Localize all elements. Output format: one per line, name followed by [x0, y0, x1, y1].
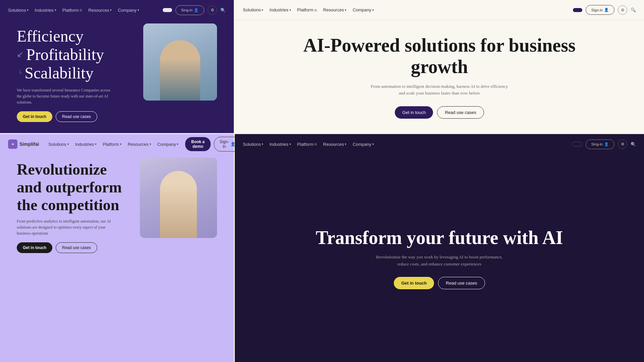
- person-photo-1: [143, 23, 217, 101]
- get-in-touch-button-3[interactable]: Get in touch: [17, 242, 52, 253]
- nav-resources-1[interactable]: Resources ▾: [88, 8, 112, 13]
- nav-solutions-1[interactable]: Solutions ▾: [8, 8, 29, 13]
- read-use-cases-button-3[interactable]: Read use cases: [56, 242, 97, 253]
- signin-label-4: Sing-in: [591, 142, 603, 146]
- chevron-company-1: ▾: [138, 8, 139, 12]
- chevron-p3: ▾: [120, 142, 122, 146]
- logo-3: ✦ Simplifai: [8, 139, 39, 149]
- user-icon-4: 👤: [604, 142, 609, 146]
- signin-label-3: Sign-in: [220, 139, 229, 149]
- read-use-cases-button-1[interactable]: Read use cases: [56, 111, 97, 122]
- hero-content-3: Revolutionize and outperform the competi…: [0, 154, 234, 362]
- user-icon-2: 👤: [604, 8, 609, 12]
- hero-subtext-2: From automation to intelligent decision-…: [369, 83, 510, 97]
- nav-platform-4[interactable]: Platform ◎: [297, 142, 317, 147]
- hero-subtext-4: Revolutionize the way you work by levera…: [372, 254, 506, 268]
- nav-industries-3[interactable]: Industries ▾: [75, 142, 97, 147]
- hero-content-4: Transform your future with AI Revolution…: [235, 154, 644, 362]
- hero-buttons-4: Get in touch Read use cases: [394, 277, 485, 289]
- panel-cream-top: Solutions ▾ Industries ▾ Platform ◎ Reso…: [235, 0, 644, 134]
- nav-right-4: Sing-in 👤 ⚙ 🔍: [572, 139, 636, 149]
- nav-company-2[interactable]: Company ▾: [353, 7, 374, 12]
- chevron-platform-1: ◎: [79, 8, 82, 12]
- nav-panel-4: Solutions ▾ Industries ▾ Platform ◎ Reso…: [235, 134, 644, 154]
- chevron-c4: ▾: [372, 142, 374, 146]
- nav-industries-2[interactable]: Industries ▾: [269, 7, 291, 12]
- nav-panel-1: Solutions ▾ Industries ▾ Platform ◎ Reso…: [0, 0, 234, 20]
- nav-company-4[interactable]: Company ▾: [353, 142, 374, 147]
- headline-line-1: Efficiency: [17, 27, 137, 45]
- chevron-i2: ▾: [289, 8, 291, 12]
- logo-text-3: Simplifai: [19, 141, 39, 147]
- hero-subtext-1: We have transformed several Insurance Co…: [17, 87, 111, 105]
- nav-right-2: Sign-in 👤 ⚙ 🔍: [573, 5, 636, 15]
- nav-solutions-2[interactable]: Solutions ▾: [243, 7, 263, 12]
- search-icon-1[interactable]: 🔍: [220, 8, 226, 13]
- nav-resources-2[interactable]: Resources ▾: [323, 7, 346, 12]
- panel-dark-purple-bottom: Solutions ▾ Industries ▾ Platform ◎ Reso…: [235, 134, 644, 362]
- hero-buttons-3: Get in touch Read use cases: [17, 242, 133, 253]
- nav-company-3[interactable]: Company ▾: [157, 142, 179, 147]
- get-in-touch-button-2[interactable]: Get in touch: [395, 106, 433, 119]
- nav-platform-3[interactable]: Platform ▾: [103, 142, 121, 147]
- nav-platform-2[interactable]: Platform ◎: [297, 7, 317, 12]
- person-photo-3: [140, 158, 217, 238]
- chevron-s2: ▾: [262, 8, 263, 12]
- demo-button-3[interactable]: Book a demo: [185, 137, 210, 151]
- nav-right-1: Sing-in 👤 ⚙ 🔍: [163, 5, 226, 15]
- chevron-c2: ▾: [372, 8, 374, 12]
- chevron-r2: ▾: [345, 8, 346, 12]
- signin-button-1[interactable]: Sing-in 👤: [175, 5, 204, 15]
- hero-text-3: Revolutionize and outperform the competi…: [17, 158, 133, 253]
- nav-company-1[interactable]: Company ▾: [118, 8, 139, 13]
- hero-image-1: [143, 23, 217, 101]
- panel-lavender-bottom: ✦ Simplifai Solutions ▾ Industries ▾ Pla…: [0, 134, 235, 362]
- nav-solutions-3[interactable]: Solutions ▾: [48, 142, 69, 147]
- settings-icon-4[interactable]: ⚙: [618, 139, 627, 149]
- nav-links-1: Solutions ▾ Industries ▾ Platform ◎ Reso…: [8, 8, 139, 13]
- chevron-industries-1: ▾: [55, 8, 56, 12]
- nav-platform-1[interactable]: Platform ◎: [62, 8, 82, 13]
- read-use-cases-button-4[interactable]: Read use cases: [438, 277, 485, 289]
- chevron-p4: ◎: [314, 142, 317, 146]
- chevron-s3: ▾: [67, 142, 69, 146]
- hero-content-1: Efficiency ↙ Profitability └ Scalability…: [0, 20, 234, 133]
- panel-dark-purple-top: Solutions ▾ Industries ▾ Platform ◎ Reso…: [0, 0, 235, 134]
- signin-button-2[interactable]: Sign-in 👤: [586, 5, 614, 15]
- curve-icon-1: ↙: [17, 50, 23, 59]
- headline-2: AI-Powered solutions for business growth: [275, 35, 604, 78]
- nav-industries-1[interactable]: Industries ▾: [35, 8, 56, 13]
- headline-line-2: ↙ Profitability: [17, 45, 137, 64]
- chevron-resources-1: ▾: [110, 8, 112, 12]
- nav-resources-3[interactable]: Resources ▾: [128, 142, 151, 147]
- get-in-touch-button-4[interactable]: Get in touch: [394, 277, 434, 289]
- headline-4: Transform your future with AI: [316, 227, 563, 248]
- nav-panel-3: ✦ Simplifai Solutions ▾ Industries ▾ Pla…: [0, 134, 234, 154]
- headline-line-3: └ Scalability: [17, 64, 137, 82]
- nav-solutions-4[interactable]: Solutions ▾: [243, 142, 263, 147]
- get-in-touch-button-1[interactable]: Get in touch: [17, 111, 52, 122]
- settings-icon-1[interactable]: ⚙: [208, 5, 217, 15]
- nav-links-4: Solutions ▾ Industries ▾ Platform ◎ Reso…: [243, 142, 374, 147]
- demo-button-2[interactable]: [573, 8, 582, 12]
- hero-subtext-3: From predictive analytics to intelligent…: [17, 218, 117, 236]
- hero-buttons-2: Get in touch Read use cases: [395, 106, 484, 119]
- logo-icon-3: ✦: [8, 139, 17, 149]
- headline-3: Revolutionize and outperform the competi…: [17, 161, 133, 214]
- chevron-solutions-1: ▾: [27, 8, 29, 12]
- search-icon-2[interactable]: 🔍: [631, 7, 636, 12]
- nav-links-2: Solutions ▾ Industries ▾ Platform ◎ Reso…: [243, 7, 374, 12]
- signin-button-4[interactable]: Sing-in 👤: [586, 139, 614, 149]
- user-icon-1: 👤: [194, 8, 199, 12]
- nav-industries-4[interactable]: Industries ▾: [269, 142, 291, 147]
- demo-button-4[interactable]: [572, 142, 582, 146]
- chevron-i3: ▾: [95, 142, 97, 146]
- demo-button-1[interactable]: [163, 8, 172, 12]
- chevron-r3: ▾: [150, 142, 151, 146]
- read-use-cases-button-2[interactable]: Read use cases: [437, 106, 484, 119]
- settings-icon-2[interactable]: ⚙: [618, 5, 627, 15]
- nav-resources-4[interactable]: Resources ▾: [323, 142, 346, 147]
- chevron-s4: ▾: [262, 142, 263, 146]
- nav-panel-2: Solutions ▾ Industries ▾ Platform ◎ Reso…: [235, 0, 644, 20]
- search-icon-4[interactable]: 🔍: [631, 142, 636, 147]
